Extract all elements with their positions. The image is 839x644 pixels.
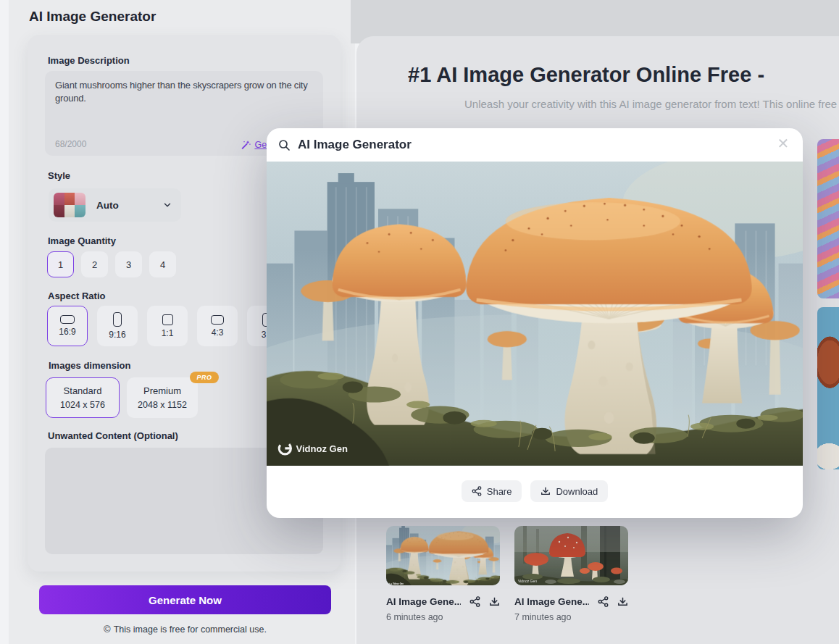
gallery-thumb-partial-2[interactable] — [817, 307, 839, 469]
quantity-option-1[interactable]: 1 — [47, 251, 74, 277]
share-icon — [472, 486, 482, 496]
dimension-name: Standard — [64, 385, 102, 396]
generated-image-preview — [267, 162, 803, 466]
aspect-ratio-1-1[interactable]: 1:1 — [147, 306, 188, 346]
image-quantity-label: Image Quantity — [48, 235, 116, 246]
landscape-ratio-icon — [60, 315, 75, 324]
quantity-options: 1 2 3 4 — [47, 251, 176, 277]
dimension-name: Premium — [143, 385, 181, 396]
modal-title: AI Image Generator — [298, 138, 412, 152]
aspect-ratio-label: Aspect Ratio — [48, 290, 105, 301]
download-button[interactable]: Download — [530, 480, 608, 502]
style-thumbnail — [54, 193, 85, 217]
history-item-2[interactable]: AI Image Gene... 7 minutes ago — [514, 526, 628, 622]
quantity-option-3[interactable]: 3 — [115, 251, 142, 277]
hero-subheading: Unleash your creativity with this AI ima… — [464, 98, 839, 110]
download-icon[interactable] — [489, 596, 500, 607]
style-selected-value: Auto — [96, 200, 119, 211]
style-dropdown[interactable]: Auto — [49, 188, 181, 222]
history-thumbnail-1[interactable] — [386, 526, 500, 585]
ratio-label: 16:9 — [59, 327, 75, 337]
search-icon — [278, 139, 291, 151]
commercial-use-text: This image is free for commercial use. — [114, 624, 267, 635]
share-icon[interactable] — [469, 596, 480, 607]
quantity-option-4[interactable]: 4 — [149, 251, 176, 277]
ai-image-generator-page: AI Image Generator Image Description Gia… — [0, 0, 839, 644]
unwanted-content-label: Unwanted Content (Optional) — [48, 430, 178, 441]
image-preview-modal: AI Image Generator ✕ Share Download — [267, 128, 803, 518]
download-button-label: Download — [556, 486, 598, 497]
image-description-value: Giant mushrooms higher than the skyscrap… — [55, 79, 313, 105]
download-icon[interactable] — [617, 596, 628, 607]
generate-now-button[interactable]: Generate Now — [39, 585, 331, 614]
share-button-label: Share — [487, 486, 512, 497]
ratio-label: 9:16 — [109, 330, 125, 340]
portrait-ratio-icon — [113, 312, 122, 327]
aspect-ratio-9-16[interactable]: 9:16 — [97, 306, 138, 346]
gallery-thumb-partial-1[interactable] — [817, 139, 839, 298]
quantity-option-2[interactable]: 2 — [81, 251, 108, 277]
aspect-ratio-options: 16:9 9:16 1:1 4:3 3:4 — [47, 306, 288, 346]
dimension-size: 1024 x 576 — [60, 400, 105, 410]
share-icon[interactable] — [598, 596, 609, 607]
ratio-label: 4:3 — [212, 327, 224, 338]
chevron-down-icon — [162, 200, 172, 210]
copyright-icon: © — [104, 624, 111, 635]
magic-wand-icon — [241, 140, 251, 150]
character-count: 68/2000 — [55, 139, 86, 149]
share-button[interactable]: Share — [462, 480, 522, 502]
history-timestamp: 7 minutes ago — [514, 612, 628, 622]
page-title: AI Image Generator — [29, 9, 156, 25]
commercial-use-note: ©This image is free for commercial use. — [39, 624, 331, 635]
history-item-1[interactable]: AI Image Gene... 6 minutes ago — [386, 526, 500, 622]
history-timestamp: 6 minutes ago — [386, 612, 500, 622]
history-title: AI Image Gene... — [514, 596, 589, 607]
pro-badge: PRO — [190, 372, 219, 383]
history-thumbnail-2[interactable] — [514, 526, 628, 585]
modal-header: AI Image Generator ✕ — [267, 128, 803, 162]
dimension-size: 2048 x 1152 — [138, 400, 187, 410]
image-description-label: Image Description — [48, 55, 130, 66]
hero-heading: #1 AI Image Generator Online Free - — [408, 63, 764, 87]
download-icon — [540, 486, 551, 496]
dimension-premium[interactable]: Premium 2048 x 1152 — [127, 377, 198, 418]
history-title: AI Image Gene... — [386, 596, 461, 607]
aspect-ratio-4-3[interactable]: 4:3 — [197, 306, 238, 346]
style-label: Style — [48, 170, 70, 181]
ratio-label: 1:1 — [162, 328, 174, 338]
landscape-ratio-icon — [211, 315, 224, 325]
modal-actions: Share Download — [267, 480, 803, 502]
square-ratio-icon — [162, 314, 173, 325]
images-dimension-label: Images dimension — [49, 360, 130, 371]
aspect-ratio-16-9[interactable]: 16:9 — [47, 306, 88, 346]
close-icon[interactable]: ✕ — [774, 134, 793, 153]
dimension-standard[interactable]: Standard 1024 x 576 — [46, 377, 120, 418]
